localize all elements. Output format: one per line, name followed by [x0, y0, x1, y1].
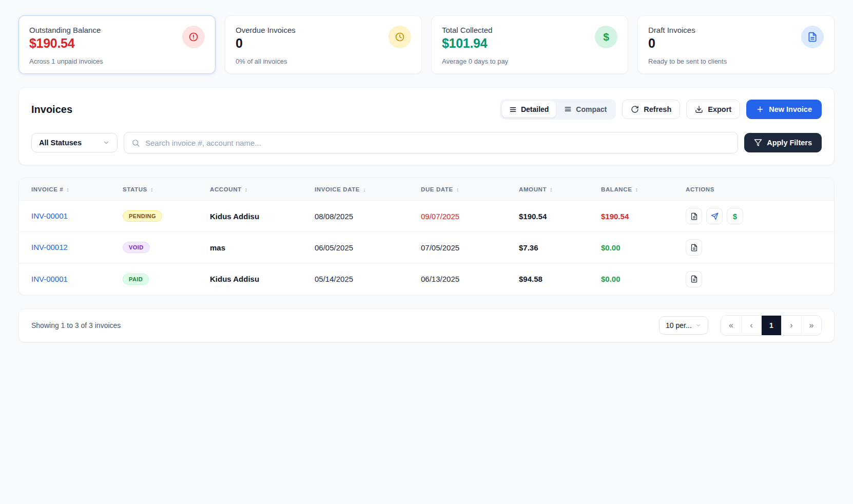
column-label: ACCOUNT	[210, 186, 242, 192]
view-invoice-button[interactable]	[686, 239, 702, 256]
pagination: « ‹ 1 › »	[721, 315, 822, 336]
balance: $190.54	[601, 212, 686, 221]
table-row: INV-00001 PAID Kidus Addisu 05/14/2025 0…	[19, 263, 834, 295]
table-row: INV-00012 VOID mas 06/05/2025 07/05/2025…	[19, 232, 834, 263]
compact-view-button[interactable]: Compact	[557, 101, 614, 118]
due-date: 09/07/2025	[421, 212, 519, 221]
clock-icon	[389, 26, 411, 48]
refresh-icon	[631, 105, 639, 113]
column-label: STATUS	[123, 186, 147, 192]
status-badge: PENDING	[123, 210, 162, 222]
due-date: 06/13/2025	[421, 275, 519, 283]
column-header-invoice-date[interactable]: INVOICE DATE↓	[315, 186, 421, 192]
column-header-status[interactable]: STATUS↕	[123, 186, 210, 192]
column-label: BALANCE	[601, 186, 632, 192]
table-footer: Showing 1 to 3 of 3 invoices 10 per... «…	[18, 308, 835, 342]
column-label: DUE DATE	[421, 186, 453, 192]
stat-title: Outstanding Balance	[29, 26, 205, 34]
refresh-button[interactable]: Refresh	[622, 100, 680, 119]
account-name: mas	[210, 243, 315, 252]
table-header-row: INVOICE #↕ STATUS↕ ACCOUNT↕ INVOICE DATE…	[19, 178, 834, 201]
list-compact-icon	[564, 106, 572, 113]
invoice-date: 08/08/2025	[315, 212, 421, 221]
invoice-date: 06/05/2025	[315, 243, 421, 252]
stat-subtitle: Ready to be sent to clients	[648, 57, 824, 65]
first-page-button[interactable]: «	[721, 316, 741, 335]
status-filter-select[interactable]: All Statuses	[31, 133, 118, 152]
column-header-due-date[interactable]: DUE DATE↕	[421, 186, 519, 192]
column-header-amount[interactable]: AMOUNT↕	[519, 186, 601, 192]
stats-row: Outstanding Balance $190.54 Across 1 unp…	[18, 15, 835, 74]
column-label: INVOICE #	[31, 186, 63, 192]
row-actions	[686, 239, 822, 256]
invoice-number-link[interactable]: INV-00001	[31, 211, 68, 220]
stat-card-outstanding-balance[interactable]: Outstanding Balance $190.54 Across 1 unp…	[18, 15, 216, 74]
send-icon	[711, 212, 719, 220]
dollar-icon: $	[733, 212, 737, 221]
stat-subtitle: Across 1 unpaid invoices	[29, 57, 205, 65]
status-badge: VOID	[123, 242, 150, 253]
column-header-balance[interactable]: BALANCE↕	[601, 186, 686, 192]
dollar-icon: $	[595, 26, 617, 48]
invoice-date: 05/14/2025	[315, 275, 421, 283]
previous-page-button[interactable]: ‹	[741, 316, 761, 335]
row-actions	[686, 271, 822, 287]
view-invoice-button[interactable]	[686, 271, 702, 287]
new-invoice-label: New Invoice	[769, 105, 812, 113]
results-summary: Showing 1 to 3 of 3 invoices	[31, 321, 121, 329]
send-invoice-button[interactable]	[706, 208, 723, 224]
view-invoice-button[interactable]	[686, 208, 702, 224]
due-date: 07/05/2025	[421, 243, 519, 252]
account-name: Kidus Addisu	[210, 212, 315, 221]
amount: $7.36	[519, 243, 601, 252]
chevron-down-icon	[695, 322, 702, 328]
status-badge: PAID	[123, 274, 149, 285]
apply-filters-button[interactable]: Apply Filters	[744, 133, 822, 152]
record-payment-button[interactable]: $	[727, 208, 743, 224]
file-icon	[690, 212, 698, 220]
per-page-select[interactable]: 10 per...	[659, 316, 708, 335]
column-label: ACTIONS	[686, 186, 714, 192]
row-actions: $	[686, 208, 822, 224]
balance: $0.00	[601, 243, 686, 252]
stat-card-draft-invoices[interactable]: Draft Invoices 0 Ready to be sent to cli…	[637, 15, 835, 74]
balance: $0.00	[601, 275, 686, 283]
stat-subtitle: Average 0 days to pay	[442, 57, 617, 65]
sort-icon: ↕	[150, 186, 153, 192]
refresh-label: Refresh	[644, 105, 671, 113]
invoice-number-link[interactable]: INV-00001	[31, 275, 68, 283]
new-invoice-button[interactable]: New Invoice	[746, 100, 822, 119]
alert-circle-icon	[182, 26, 205, 48]
last-page-button[interactable]: »	[801, 316, 821, 335]
column-label: AMOUNT	[519, 186, 547, 192]
search-input[interactable]	[145, 139, 730, 147]
amount: $190.54	[519, 212, 601, 221]
export-button[interactable]: Export	[686, 100, 740, 119]
toolbar: Invoices Detailed Compact Refresh	[31, 99, 822, 120]
column-label: INVOICE DATE	[315, 186, 360, 192]
file-icon	[801, 26, 824, 48]
plus-icon	[756, 105, 764, 113]
file-icon	[690, 244, 698, 251]
column-header-actions: ACTIONS	[686, 186, 822, 192]
chevron-down-icon	[103, 139, 110, 146]
column-header-account[interactable]: ACCOUNT↕	[210, 186, 315, 192]
sort-desc-icon: ↓	[363, 186, 366, 192]
download-icon	[695, 105, 703, 113]
invoice-number-link[interactable]: INV-00012	[31, 243, 68, 251]
amount: $94.58	[519, 275, 601, 283]
stat-card-total-collected[interactable]: Total Collected $101.94 Average 0 days t…	[431, 15, 628, 74]
table-row: INV-00001 PENDING Kidus Addisu 08/08/202…	[19, 201, 834, 232]
account-name: Kidus Addisu	[210, 275, 315, 283]
stat-card-overdue-invoices[interactable]: Overdue Invoices 0 0% of all invoices	[225, 15, 422, 74]
next-page-button[interactable]: ›	[781, 316, 801, 335]
page-1-button[interactable]: 1	[761, 316, 781, 335]
status-filter-value: All Statuses	[39, 139, 82, 147]
detailed-view-button[interactable]: Detailed	[502, 101, 556, 118]
per-page-value: 10 per...	[666, 321, 692, 329]
sort-icon: ↕	[245, 186, 248, 192]
detailed-view-label: Detailed	[521, 105, 549, 113]
toolbar-actions: Detailed Compact Refresh Export	[500, 99, 822, 120]
column-header-invoice-number[interactable]: INVOICE #↕	[31, 186, 123, 192]
stat-value: 0	[236, 36, 411, 51]
